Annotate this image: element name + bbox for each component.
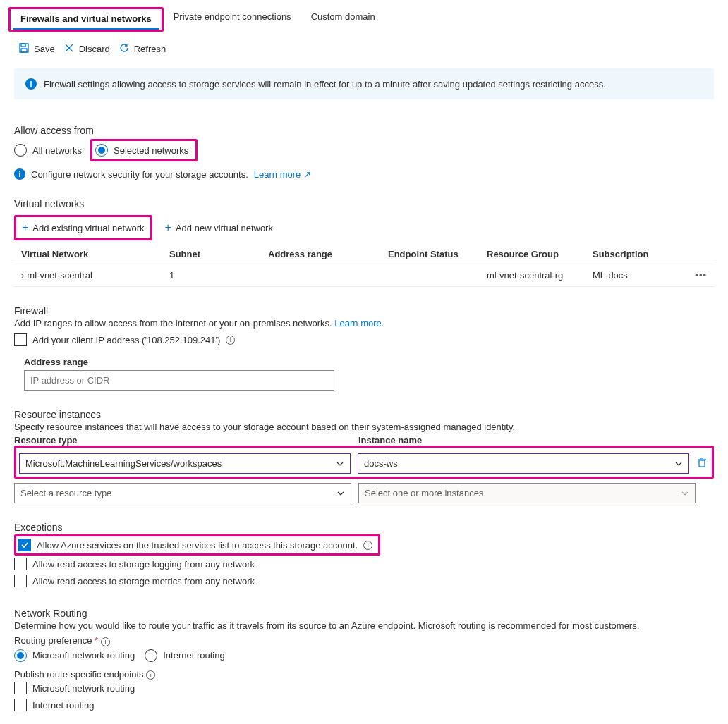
resource-type-placeholder: Select a resource type bbox=[20, 488, 111, 498]
radio-selected-networks-label: Selected networks bbox=[114, 145, 188, 156]
delete-row-button[interactable] bbox=[696, 457, 713, 470]
publish-endpoints-label: Publish route-specific endpoints bbox=[14, 669, 144, 680]
exceptions-section: Exceptions Allow Azure services on the t… bbox=[0, 510, 728, 596]
radio-all-networks[interactable] bbox=[14, 144, 27, 157]
discard-label: Discard bbox=[79, 44, 110, 54]
tab-private-endpoint[interactable]: Private endpoint connections bbox=[164, 7, 301, 32]
publish-ms-routing-checkbox[interactable] bbox=[14, 682, 27, 694]
add-existing-vnet-button[interactable]: + Add existing virtual network bbox=[14, 215, 152, 240]
radio-ms-routing[interactable] bbox=[14, 649, 27, 662]
chevron-down-icon bbox=[681, 489, 689, 498]
selected-networks-highlight: Selected networks bbox=[90, 139, 198, 161]
radio-ms-routing-label: Microsoft network routing bbox=[32, 650, 135, 661]
routing-pref-label: Routing preference bbox=[14, 635, 92, 646]
tab-firewalls[interactable]: Firewalls and virtual networks bbox=[8, 7, 164, 32]
add-client-ip-checkbox[interactable] bbox=[14, 333, 27, 346]
publish-ms-routing-label: Microsoft network routing bbox=[32, 683, 135, 694]
publish-internet-routing-checkbox[interactable] bbox=[14, 699, 27, 711]
allow-logging-checkbox[interactable] bbox=[14, 558, 27, 570]
instance-name-select[interactable]: docs-ws bbox=[358, 453, 689, 474]
refresh-icon bbox=[119, 42, 130, 56]
col-sub: Subscription bbox=[586, 245, 688, 264]
instance-name-placeholder: Select one or more instances bbox=[365, 488, 483, 498]
save-icon bbox=[18, 42, 30, 56]
refresh-label: Refresh bbox=[134, 44, 166, 54]
vnet-table: Virtual Network Subnet Address range End… bbox=[14, 245, 714, 287]
col-addr: Address range bbox=[261, 245, 381, 264]
col-subnet: Subnet bbox=[162, 245, 261, 264]
radio-internet-routing-label: Internet routing bbox=[163, 650, 224, 661]
close-icon bbox=[63, 42, 75, 56]
table-row[interactable]: ›ml-vnet-scentral 1 ml-vnet-scentral-rg … bbox=[14, 264, 714, 287]
allow-logging-label: Allow read access to storage logging fro… bbox=[32, 559, 255, 570]
add-new-label: Add new virtual network bbox=[176, 223, 273, 233]
plus-icon: + bbox=[165, 221, 171, 234]
col-rg: Resource Group bbox=[480, 245, 586, 264]
firewall-title: Firewall bbox=[14, 305, 714, 317]
info-icon[interactable]: i bbox=[226, 336, 235, 345]
vnet-rg: ml-vnet-scentral-rg bbox=[480, 264, 586, 287]
vnet-subnet: 1 bbox=[162, 264, 261, 287]
allow-metrics-checkbox[interactable] bbox=[14, 575, 27, 587]
banner-text: Firewall settings allowing access to sto… bbox=[44, 79, 606, 90]
virtual-networks-section: Virtual networks + Add existing virtual … bbox=[0, 187, 728, 294]
info-icon: i bbox=[25, 78, 37, 90]
allow-trusted-label: Allow Azure services on the trusted serv… bbox=[37, 540, 358, 551]
resource-type-select-empty[interactable]: Select a resource type bbox=[14, 483, 351, 503]
svg-rect-1 bbox=[21, 44, 25, 47]
resource-type-select[interactable]: Microsoft.MachineLearningServices/worksp… bbox=[19, 453, 351, 474]
info-icon[interactable]: i bbox=[101, 637, 110, 646]
instance-name-select-disabled: Select one or more instances bbox=[358, 483, 696, 503]
instance-name-value: docs-ws bbox=[364, 458, 398, 469]
firewall-learn-link[interactable]: Learn more. bbox=[334, 318, 384, 329]
chevron-right-icon[interactable]: › bbox=[21, 270, 24, 281]
discard-button[interactable]: Discard bbox=[63, 42, 110, 56]
plus-icon: + bbox=[22, 221, 28, 234]
chevron-down-icon bbox=[336, 489, 345, 498]
tab-custom-domain[interactable]: Custom domain bbox=[301, 7, 385, 32]
resource-type-value: Microsoft.MachineLearningServices/worksp… bbox=[25, 458, 222, 469]
toolbar: Save Discard Refresh bbox=[0, 32, 728, 66]
exceptions-title: Exceptions bbox=[14, 522, 714, 533]
save-button[interactable]: Save bbox=[18, 42, 55, 56]
ri-title: Resource instances bbox=[14, 409, 714, 420]
allow-trusted-checkbox[interactable] bbox=[18, 539, 31, 551]
access-note: Configure network security for your stor… bbox=[31, 169, 248, 180]
chevron-down-icon bbox=[674, 460, 683, 468]
routing-title: Network Routing bbox=[14, 608, 714, 619]
external-link-icon: ↗ bbox=[303, 169, 311, 180]
network-routing-section: Network Routing Determine how you would … bbox=[0, 596, 728, 720]
routing-sub: Determine how you would like to route yo… bbox=[14, 620, 714, 631]
refresh-button[interactable]: Refresh bbox=[119, 42, 166, 56]
tabs-bar: Firewalls and virtual networks Private e… bbox=[0, 0, 728, 32]
vnet-ep bbox=[381, 264, 480, 287]
svg-rect-5 bbox=[699, 460, 705, 467]
learn-more-link[interactable]: Learn more ↗ bbox=[254, 169, 311, 180]
ri-sub: Specify resource instances that will hav… bbox=[14, 422, 714, 432]
info-icon[interactable]: i bbox=[363, 541, 372, 550]
ri-col-type: Resource type bbox=[14, 435, 351, 446]
add-client-ip-label: Add your client IP address ('108.252.109… bbox=[32, 335, 220, 345]
firewall-sub: Add IP ranges to allow access from the i… bbox=[14, 318, 332, 329]
radio-internet-routing[interactable] bbox=[145, 649, 157, 662]
info-icon[interactable]: i bbox=[146, 670, 155, 680]
allow-metrics-label: Allow read access to storage metrics fro… bbox=[32, 576, 255, 587]
vnet-title: Virtual networks bbox=[14, 198, 714, 209]
col-vnet: Virtual Network bbox=[14, 245, 162, 264]
row-menu-button[interactable]: ••• bbox=[695, 270, 707, 281]
col-ep: Endpoint Status bbox=[381, 245, 480, 264]
vnet-addr bbox=[261, 264, 381, 287]
required-marker: * bbox=[95, 635, 98, 646]
publish-internet-routing-label: Internet routing bbox=[32, 700, 94, 711]
info-icon: i bbox=[14, 168, 25, 180]
chevron-down-icon bbox=[336, 460, 344, 468]
radio-selected-networks[interactable] bbox=[95, 144, 108, 157]
address-range-input[interactable] bbox=[24, 370, 334, 391]
add-new-vnet-button[interactable]: + Add new virtual network bbox=[159, 215, 279, 240]
vnet-name: ml-vnet-scentral bbox=[27, 270, 92, 281]
ri-col-name: Instance name bbox=[358, 435, 696, 446]
firewall-section: Firewall Add IP ranges to allow access f… bbox=[0, 294, 728, 398]
allow-access-section: Allow access from All networks Selected … bbox=[0, 113, 728, 187]
radio-all-networks-label: All networks bbox=[32, 145, 82, 156]
svg-rect-2 bbox=[21, 49, 27, 52]
